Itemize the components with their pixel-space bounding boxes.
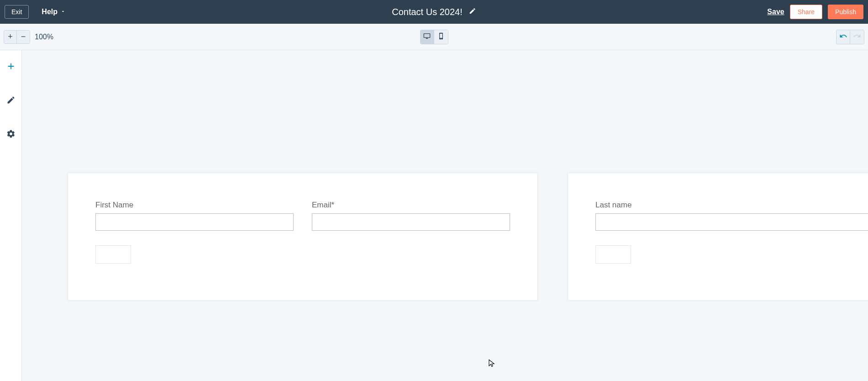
left-sidebar (0, 50, 22, 381)
plus-icon: + (8, 32, 13, 42)
page-title-wrapper: Contact Us 2024! (392, 7, 476, 17)
form-field: Last name (595, 201, 868, 231)
zoom-out-button[interactable]: − (17, 31, 30, 43)
mobile-icon (437, 32, 445, 41)
last-name-input[interactable] (595, 213, 868, 231)
fields-row: First Name Email* (95, 201, 510, 231)
exit-button[interactable]: Exit (5, 5, 29, 19)
settings-button[interactable] (4, 127, 18, 142)
editor-canvas[interactable]: First Name Email* Last name (22, 50, 868, 381)
redo-button[interactable] (850, 30, 864, 44)
zoom-controls: + − (4, 30, 30, 44)
form-card[interactable]: First Name Email* (68, 173, 538, 301)
save-link[interactable]: Save (767, 8, 784, 16)
form-field: Email* (312, 201, 510, 231)
top-bar-actions: Save Share Publish (767, 5, 863, 19)
form-field: First Name (95, 201, 294, 231)
plus-icon (6, 61, 16, 73)
zoom-in-button[interactable]: + (4, 31, 17, 43)
help-label: Help (42, 8, 58, 16)
device-switch (420, 30, 448, 44)
pencil-icon (6, 95, 16, 106)
edit-style-button[interactable] (4, 93, 18, 108)
submit-button-placeholder[interactable] (595, 245, 631, 264)
field-label: Email* (312, 201, 510, 210)
pencil-icon[interactable] (469, 7, 476, 16)
form-card[interactable]: Last name (568, 173, 868, 301)
desktop-view-button[interactable] (421, 30, 434, 44)
undo-icon (839, 32, 847, 42)
gear-icon (6, 129, 16, 140)
chevron-down-icon (60, 8, 66, 16)
publish-button[interactable]: Publish (828, 5, 863, 19)
minus-icon: − (21, 32, 26, 42)
redo-icon (853, 32, 861, 42)
add-element-button[interactable] (4, 59, 18, 74)
secondary-toolbar: + − 100% (0, 24, 868, 50)
page-title: Contact Us 2024! (392, 7, 463, 17)
history-controls (836, 30, 864, 44)
help-menu[interactable]: Help (42, 8, 66, 16)
mobile-view-button[interactable] (434, 30, 448, 44)
field-label: Last name (595, 201, 868, 210)
undo-button[interactable] (836, 30, 850, 44)
desktop-icon (423, 32, 431, 41)
email-input[interactable] (312, 213, 510, 231)
share-button[interactable]: Share (790, 5, 822, 19)
first-name-input[interactable] (95, 213, 294, 231)
fields-row: Last name (595, 201, 868, 231)
top-bar: Exit Help Contact Us 2024! Save Share Pu… (0, 0, 868, 24)
submit-button-placeholder[interactable] (95, 245, 131, 264)
zoom-value: 100% (35, 33, 53, 41)
field-label: First Name (95, 201, 294, 210)
